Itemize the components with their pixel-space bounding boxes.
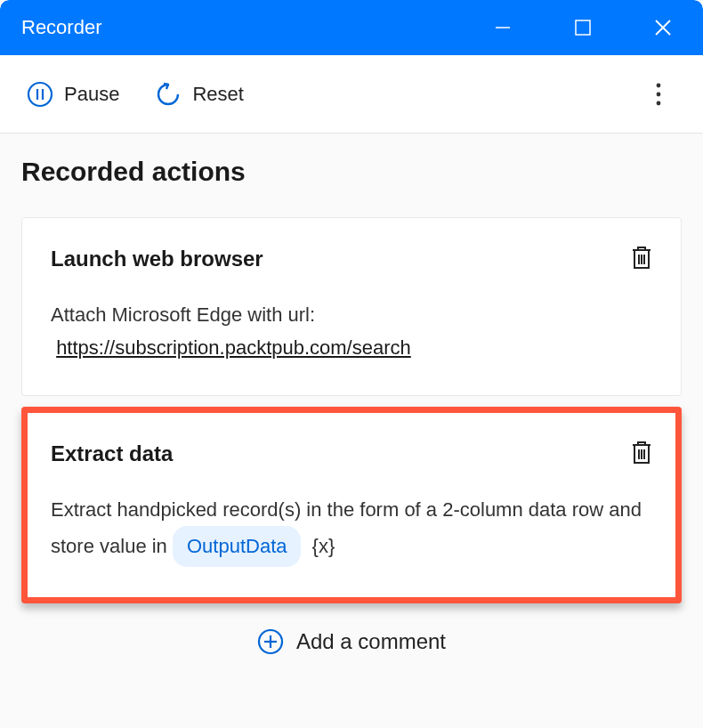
svg-point-9 [657, 101, 661, 105]
action-card[interactable]: Extract data Extract handpicked record(s… [21, 407, 682, 603]
toolbar: Pause Reset [0, 55, 703, 133]
url-link[interactable]: https://subscription.packtpub.com/search [56, 336, 411, 359]
variable-chip[interactable]: OutputData [173, 526, 302, 566]
pause-label: Pause [64, 83, 119, 106]
add-comment-label: Add a comment [296, 629, 446, 654]
trash-icon [631, 440, 652, 465]
more-icon [656, 83, 661, 106]
reset-icon [155, 81, 182, 108]
pause-button[interactable]: Pause [18, 74, 128, 115]
svg-point-4 [28, 83, 52, 106]
svg-point-7 [657, 83, 661, 87]
card-title: Extract data [51, 441, 173, 466]
svg-rect-1 [576, 20, 590, 35]
minimize-icon [494, 19, 512, 36]
more-button[interactable] [641, 77, 676, 112]
card-title: Launch web browser [51, 247, 263, 271]
titlebar: Recorder [0, 0, 703, 55]
window-title: Recorder [21, 16, 463, 39]
card-body: Attach Microsoft Edge with url: https://… [51, 298, 652, 365]
close-icon [654, 19, 672, 36]
section-title: Recorded actions [21, 157, 682, 187]
content-area: Recorded actions Launch web browser Atta… [0, 133, 703, 678]
pause-icon [27, 81, 53, 108]
minimize-button[interactable] [463, 0, 543, 55]
close-button[interactable] [623, 0, 703, 55]
reset-label: Reset [192, 83, 243, 106]
svg-point-8 [657, 92, 661, 96]
trash-icon [631, 245, 652, 270]
card-desc: Attach Microsoft Edge with url: [51, 303, 315, 326]
card-header: Extract data [51, 440, 652, 468]
action-card[interactable]: Launch web browser Attach Microsoft Edge… [21, 217, 682, 396]
maximize-icon [575, 20, 591, 36]
card-header: Launch web browser [51, 245, 652, 273]
reset-button[interactable]: Reset [146, 74, 252, 115]
delete-button[interactable] [631, 245, 652, 273]
delete-button[interactable] [631, 440, 652, 468]
variable-brace: {x} [312, 535, 335, 557]
card-desc: Extract handpicked record(s) in the form… [51, 498, 642, 557]
window-controls [463, 0, 703, 55]
maximize-button[interactable] [543, 0, 623, 55]
card-body: Extract handpicked record(s) in the form… [51, 493, 652, 567]
plus-circle-icon [257, 628, 284, 655]
add-comment-button[interactable]: Add a comment [21, 628, 682, 655]
